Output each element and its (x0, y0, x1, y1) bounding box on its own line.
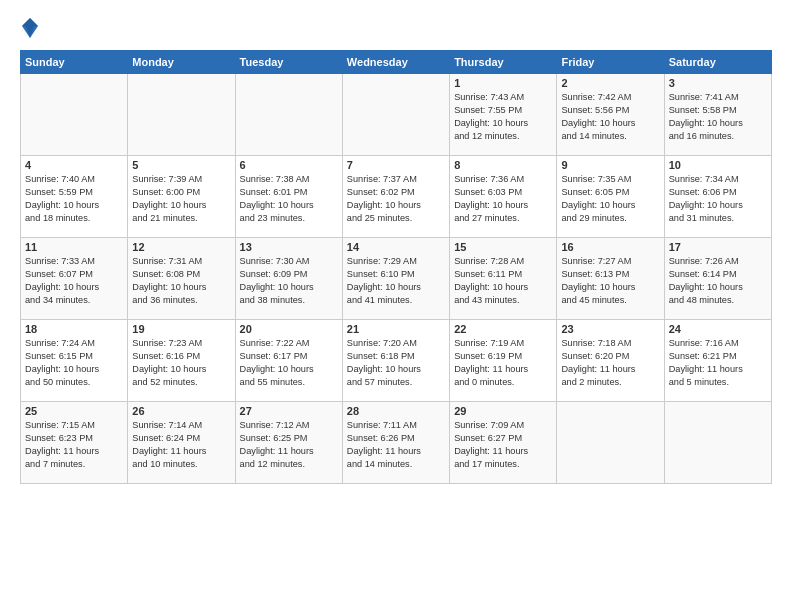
header-day-monday: Monday (128, 51, 235, 74)
day-number: 6 (240, 159, 338, 171)
day-info: Sunrise: 7:14 AM Sunset: 6:24 PM Dayligh… (132, 419, 230, 471)
day-number: 1 (454, 77, 552, 89)
day-info: Sunrise: 7:09 AM Sunset: 6:27 PM Dayligh… (454, 419, 552, 471)
day-info: Sunrise: 7:19 AM Sunset: 6:19 PM Dayligh… (454, 337, 552, 389)
header-day-saturday: Saturday (664, 51, 771, 74)
calendar-cell: 11Sunrise: 7:33 AM Sunset: 6:07 PM Dayli… (21, 238, 128, 320)
page: SundayMondayTuesdayWednesdayThursdayFrid… (0, 0, 792, 612)
calendar-cell: 26Sunrise: 7:14 AM Sunset: 6:24 PM Dayli… (128, 402, 235, 484)
calendar-cell: 18Sunrise: 7:24 AM Sunset: 6:15 PM Dayli… (21, 320, 128, 402)
calendar-cell: 16Sunrise: 7:27 AM Sunset: 6:13 PM Dayli… (557, 238, 664, 320)
day-number: 3 (669, 77, 767, 89)
day-number: 24 (669, 323, 767, 335)
logo-icon (20, 16, 40, 40)
day-info: Sunrise: 7:31 AM Sunset: 6:08 PM Dayligh… (132, 255, 230, 307)
calendar-cell: 17Sunrise: 7:26 AM Sunset: 6:14 PM Dayli… (664, 238, 771, 320)
day-number: 11 (25, 241, 123, 253)
day-number: 27 (240, 405, 338, 417)
day-number: 2 (561, 77, 659, 89)
day-info: Sunrise: 7:18 AM Sunset: 6:20 PM Dayligh… (561, 337, 659, 389)
day-number: 19 (132, 323, 230, 335)
day-info: Sunrise: 7:27 AM Sunset: 6:13 PM Dayligh… (561, 255, 659, 307)
header (20, 16, 772, 40)
day-info: Sunrise: 7:26 AM Sunset: 6:14 PM Dayligh… (669, 255, 767, 307)
header-day-tuesday: Tuesday (235, 51, 342, 74)
week-row-4: 18Sunrise: 7:24 AM Sunset: 6:15 PM Dayli… (21, 320, 772, 402)
calendar-cell: 29Sunrise: 7:09 AM Sunset: 6:27 PM Dayli… (450, 402, 557, 484)
day-number: 12 (132, 241, 230, 253)
header-day-friday: Friday (557, 51, 664, 74)
day-number: 25 (25, 405, 123, 417)
day-number: 7 (347, 159, 445, 171)
calendar-cell: 21Sunrise: 7:20 AM Sunset: 6:18 PM Dayli… (342, 320, 449, 402)
day-info: Sunrise: 7:36 AM Sunset: 6:03 PM Dayligh… (454, 173, 552, 225)
calendar-cell: 8Sunrise: 7:36 AM Sunset: 6:03 PM Daylig… (450, 156, 557, 238)
day-number: 17 (669, 241, 767, 253)
week-row-1: 1Sunrise: 7:43 AM Sunset: 7:55 PM Daylig… (21, 74, 772, 156)
day-number: 9 (561, 159, 659, 171)
day-info: Sunrise: 7:12 AM Sunset: 6:25 PM Dayligh… (240, 419, 338, 471)
header-row: SundayMondayTuesdayWednesdayThursdayFrid… (21, 51, 772, 74)
day-info: Sunrise: 7:22 AM Sunset: 6:17 PM Dayligh… (240, 337, 338, 389)
day-info: Sunrise: 7:23 AM Sunset: 6:16 PM Dayligh… (132, 337, 230, 389)
week-row-3: 11Sunrise: 7:33 AM Sunset: 6:07 PM Dayli… (21, 238, 772, 320)
day-info: Sunrise: 7:33 AM Sunset: 6:07 PM Dayligh… (25, 255, 123, 307)
day-number: 23 (561, 323, 659, 335)
calendar-cell: 2Sunrise: 7:42 AM Sunset: 5:56 PM Daylig… (557, 74, 664, 156)
calendar-cell: 12Sunrise: 7:31 AM Sunset: 6:08 PM Dayli… (128, 238, 235, 320)
day-number: 4 (25, 159, 123, 171)
calendar-cell: 28Sunrise: 7:11 AM Sunset: 6:26 PM Dayli… (342, 402, 449, 484)
day-info: Sunrise: 7:20 AM Sunset: 6:18 PM Dayligh… (347, 337, 445, 389)
calendar-cell: 14Sunrise: 7:29 AM Sunset: 6:10 PM Dayli… (342, 238, 449, 320)
day-info: Sunrise: 7:40 AM Sunset: 5:59 PM Dayligh… (25, 173, 123, 225)
day-info: Sunrise: 7:42 AM Sunset: 5:56 PM Dayligh… (561, 91, 659, 143)
day-info: Sunrise: 7:43 AM Sunset: 7:55 PM Dayligh… (454, 91, 552, 143)
day-number: 18 (25, 323, 123, 335)
calendar-cell (128, 74, 235, 156)
header-day-sunday: Sunday (21, 51, 128, 74)
calendar-table: SundayMondayTuesdayWednesdayThursdayFrid… (20, 50, 772, 484)
day-info: Sunrise: 7:15 AM Sunset: 6:23 PM Dayligh… (25, 419, 123, 471)
day-info: Sunrise: 7:16 AM Sunset: 6:21 PM Dayligh… (669, 337, 767, 389)
day-info: Sunrise: 7:28 AM Sunset: 6:11 PM Dayligh… (454, 255, 552, 307)
calendar-cell: 23Sunrise: 7:18 AM Sunset: 6:20 PM Dayli… (557, 320, 664, 402)
calendar-cell: 25Sunrise: 7:15 AM Sunset: 6:23 PM Dayli… (21, 402, 128, 484)
calendar-cell (664, 402, 771, 484)
calendar-cell: 6Sunrise: 7:38 AM Sunset: 6:01 PM Daylig… (235, 156, 342, 238)
calendar-cell: 1Sunrise: 7:43 AM Sunset: 7:55 PM Daylig… (450, 74, 557, 156)
day-info: Sunrise: 7:37 AM Sunset: 6:02 PM Dayligh… (347, 173, 445, 225)
calendar-cell: 10Sunrise: 7:34 AM Sunset: 6:06 PM Dayli… (664, 156, 771, 238)
day-info: Sunrise: 7:34 AM Sunset: 6:06 PM Dayligh… (669, 173, 767, 225)
calendar-cell: 9Sunrise: 7:35 AM Sunset: 6:05 PM Daylig… (557, 156, 664, 238)
day-number: 16 (561, 241, 659, 253)
calendar-cell: 13Sunrise: 7:30 AM Sunset: 6:09 PM Dayli… (235, 238, 342, 320)
day-number: 29 (454, 405, 552, 417)
day-number: 21 (347, 323, 445, 335)
day-number: 15 (454, 241, 552, 253)
day-info: Sunrise: 7:29 AM Sunset: 6:10 PM Dayligh… (347, 255, 445, 307)
day-info: Sunrise: 7:39 AM Sunset: 6:00 PM Dayligh… (132, 173, 230, 225)
day-info: Sunrise: 7:41 AM Sunset: 5:58 PM Dayligh… (669, 91, 767, 143)
logo (20, 16, 44, 40)
calendar-cell: 7Sunrise: 7:37 AM Sunset: 6:02 PM Daylig… (342, 156, 449, 238)
calendar-cell: 22Sunrise: 7:19 AM Sunset: 6:19 PM Dayli… (450, 320, 557, 402)
week-row-2: 4Sunrise: 7:40 AM Sunset: 5:59 PM Daylig… (21, 156, 772, 238)
calendar-cell (342, 74, 449, 156)
day-info: Sunrise: 7:24 AM Sunset: 6:15 PM Dayligh… (25, 337, 123, 389)
calendar-cell: 3Sunrise: 7:41 AM Sunset: 5:58 PM Daylig… (664, 74, 771, 156)
header-day-wednesday: Wednesday (342, 51, 449, 74)
calendar-cell: 20Sunrise: 7:22 AM Sunset: 6:17 PM Dayli… (235, 320, 342, 402)
day-info: Sunrise: 7:11 AM Sunset: 6:26 PM Dayligh… (347, 419, 445, 471)
calendar-cell (557, 402, 664, 484)
day-number: 13 (240, 241, 338, 253)
day-number: 14 (347, 241, 445, 253)
day-number: 20 (240, 323, 338, 335)
day-number: 26 (132, 405, 230, 417)
day-number: 8 (454, 159, 552, 171)
week-row-5: 25Sunrise: 7:15 AM Sunset: 6:23 PM Dayli… (21, 402, 772, 484)
day-info: Sunrise: 7:35 AM Sunset: 6:05 PM Dayligh… (561, 173, 659, 225)
header-day-thursday: Thursday (450, 51, 557, 74)
day-number: 28 (347, 405, 445, 417)
calendar-cell: 4Sunrise: 7:40 AM Sunset: 5:59 PM Daylig… (21, 156, 128, 238)
calendar-cell: 27Sunrise: 7:12 AM Sunset: 6:25 PM Dayli… (235, 402, 342, 484)
